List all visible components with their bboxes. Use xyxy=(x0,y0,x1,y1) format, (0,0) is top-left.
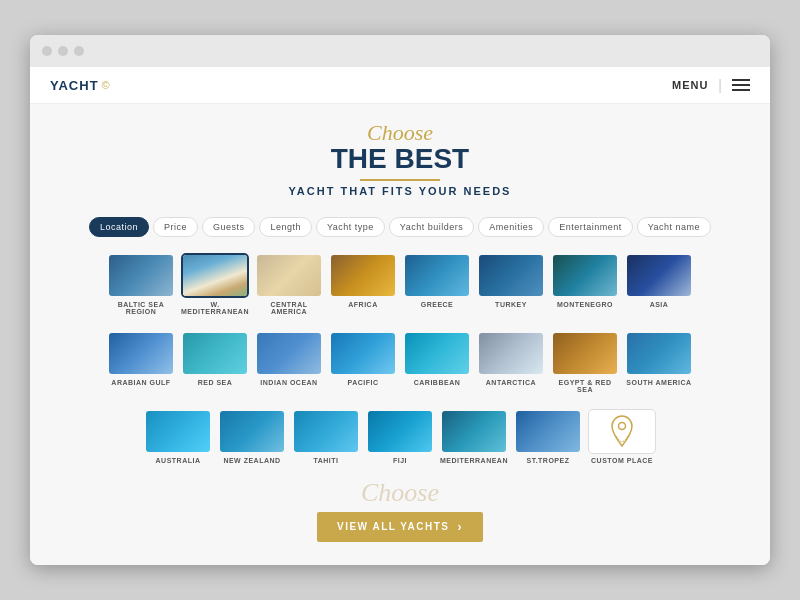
location-central[interactable]: CENTRAL AMERICA xyxy=(255,253,323,315)
location-label-pacific: PACIFIC xyxy=(348,379,379,386)
location-stropez[interactable]: ST.TROPEZ xyxy=(514,409,582,464)
header: YACHT © MENU | xyxy=(30,67,770,104)
location-label-southam: SOUTH AMERICA xyxy=(626,379,691,386)
location-label-arabian: ARABIAN GULF xyxy=(111,379,170,386)
cta-script: Choose xyxy=(50,480,750,506)
page-content: YACHT © MENU | Choose THE BEST YACHT THA… xyxy=(30,67,770,565)
location-grid-row1: BALTIC SEA REGION W. MEDITERRANEAN CENTR… xyxy=(30,245,770,323)
browser-window: YACHT © MENU | Choose THE BEST YACHT THA… xyxy=(30,35,770,565)
hero-script: Choose xyxy=(50,122,750,144)
filter-tab-guests[interactable]: Guests xyxy=(202,217,256,237)
hero-subtitle: YACHT THAT FITS YOUR NEEDS xyxy=(50,185,750,197)
menu-label[interactable]: MENU xyxy=(672,79,708,91)
map-pin-icon xyxy=(608,414,636,448)
location-australia[interactable]: AUSTRALIA xyxy=(144,409,212,464)
browser-dot-red xyxy=(42,46,52,56)
location-africa[interactable]: AFRICA xyxy=(329,253,397,315)
cta-button-label: VIEW ALL YACHTS xyxy=(337,521,450,532)
filter-tab-entertainment[interactable]: Entertainment xyxy=(548,217,633,237)
location-pacific[interactable]: PACIFIC xyxy=(329,331,397,393)
svg-point-0 xyxy=(619,423,626,430)
view-all-yachts-button[interactable]: VIEW ALL YACHTS › xyxy=(317,512,483,542)
hero-section: Choose THE BEST YACHT THAT FITS YOUR NEE… xyxy=(30,104,770,209)
filter-tab-length[interactable]: Length xyxy=(259,217,312,237)
filter-bar: Location Price Guests Length Yacht type … xyxy=(30,209,770,245)
location-greece[interactable]: GREECE xyxy=(403,253,471,315)
location-montenegro[interactable]: MONTENEGRO xyxy=(551,253,619,315)
filter-tab-yacht-name[interactable]: Yacht name xyxy=(637,217,711,237)
location-label-antarctica: ANTARCTICA xyxy=(486,379,536,386)
location-label-fiji: FIJI xyxy=(393,457,407,464)
location-label-greece: GREECE xyxy=(421,301,454,308)
location-fiji[interactable]: FIJI xyxy=(366,409,434,464)
location-antarctica[interactable]: ANTARCTICA xyxy=(477,331,545,393)
browser-dot-green xyxy=(74,46,84,56)
location-label-custom: CUSTOM PLACE xyxy=(591,457,653,464)
location-southam[interactable]: SOUTH AMERICA xyxy=(625,331,693,393)
nav-right: MENU | xyxy=(672,77,750,93)
location-label-africa: AFRICA xyxy=(348,301,377,308)
location-egypt[interactable]: EGYPT & RED SEA xyxy=(551,331,619,393)
location-tahiti[interactable]: TAHITI xyxy=(292,409,360,464)
filter-tab-location[interactable]: Location xyxy=(89,217,149,237)
location-label-redsea: RED SEA xyxy=(198,379,233,386)
location-baltic[interactable]: BALTIC SEA REGION xyxy=(107,253,175,315)
location-label-mediterranean: MEDITERRANEAN xyxy=(440,457,508,464)
hero-main-title: THE BEST xyxy=(50,144,750,175)
location-label-tahiti: TAHITI xyxy=(313,457,338,464)
location-grid-row3: AUSTRALIA NEW ZEALAND TAHITI FIJI MEDITE… xyxy=(30,401,770,472)
logo: YACHT © xyxy=(50,78,110,93)
location-arabian[interactable]: ARABIAN GULF xyxy=(107,331,175,393)
location-redsea[interactable]: RED SEA xyxy=(181,331,249,393)
location-label-newzealand: NEW ZEALAND xyxy=(223,457,280,464)
logo-text: YACHT xyxy=(50,78,99,93)
hamburger-icon[interactable] xyxy=(732,79,750,91)
hamburger-line-2 xyxy=(732,84,750,86)
browser-bar xyxy=(30,35,770,67)
location-custom[interactable]: CUSTOM PLACE xyxy=(588,409,656,464)
filter-tab-yacht-builders[interactable]: Yacht builders xyxy=(389,217,474,237)
filter-tab-amenities[interactable]: Amenities xyxy=(478,217,544,237)
nav-divider: | xyxy=(718,77,722,93)
location-label-asia: ASIA xyxy=(650,301,669,308)
location-label-caribbean: CARIBBEAN xyxy=(414,379,461,386)
cta-button-arrow: › xyxy=(458,520,464,534)
hamburger-line-3 xyxy=(732,89,750,91)
logo-icon: © xyxy=(102,79,110,91)
location-wmed[interactable]: W. MEDITERRANEAN xyxy=(181,253,249,315)
cta-area: Choose VIEW ALL YACHTS › xyxy=(30,472,770,556)
location-label-central: CENTRAL AMERICA xyxy=(255,301,323,315)
location-label-turkey: TURKEY xyxy=(495,301,527,308)
location-label-montenegro: MONTENEGRO xyxy=(557,301,613,308)
location-turkey[interactable]: TURKEY xyxy=(477,253,545,315)
location-indian[interactable]: INDIAN OCEAN xyxy=(255,331,323,393)
browser-dot-yellow xyxy=(58,46,68,56)
location-grid-row2: ARABIAN GULF RED SEA INDIAN OCEAN PACIFI… xyxy=(30,323,770,401)
location-label-australia: AUSTRALIA xyxy=(156,457,201,464)
location-mediterranean[interactable]: MEDITERRANEAN xyxy=(440,409,508,464)
location-caribbean[interactable]: CARIBBEAN xyxy=(403,331,471,393)
location-label-stropez: ST.TROPEZ xyxy=(526,457,569,464)
location-label-egypt: EGYPT & RED SEA xyxy=(551,379,619,393)
location-label-wmed: W. MEDITERRANEAN xyxy=(181,301,249,315)
filter-tab-yacht-type[interactable]: Yacht type xyxy=(316,217,385,237)
filter-tab-price[interactable]: Price xyxy=(153,217,198,237)
location-label-indian: INDIAN OCEAN xyxy=(260,379,317,386)
location-newzealand[interactable]: NEW ZEALAND xyxy=(218,409,286,464)
location-asia[interactable]: ASIA xyxy=(625,253,693,315)
hamburger-line-1 xyxy=(732,79,750,81)
location-label-baltic: BALTIC SEA REGION xyxy=(107,301,175,315)
hero-underline xyxy=(360,179,440,181)
